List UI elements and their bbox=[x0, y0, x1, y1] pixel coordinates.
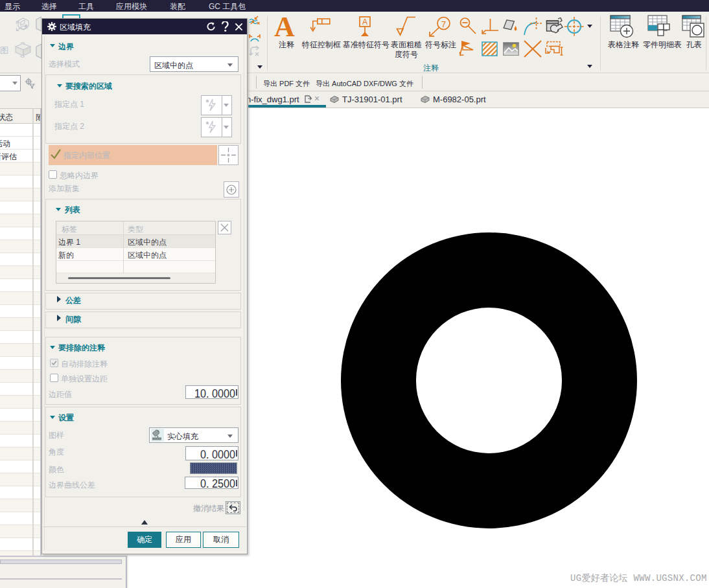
svg-text:7: 7 bbox=[441, 19, 447, 29]
svg-text:A: A bbox=[362, 17, 367, 27]
